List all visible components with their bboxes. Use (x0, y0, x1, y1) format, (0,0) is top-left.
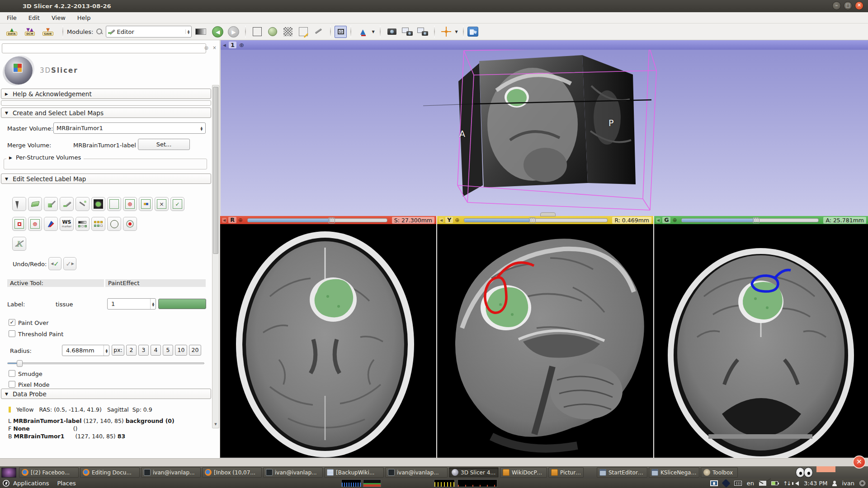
yellow-slice-slider[interactable] (464, 218, 608, 222)
menu-view[interactable]: View (52, 14, 66, 21)
undo-button[interactable]: ◀✓ (48, 257, 61, 270)
paint-over-checkbox[interactable]: ✓ (9, 319, 15, 326)
erode-tool-button[interactable]: ⊕ (28, 217, 42, 231)
view-pin-icon[interactable]: ◀ (439, 218, 443, 223)
applications-menu[interactable]: Applications (13, 480, 49, 487)
draw-effect-tool-button[interactable] (60, 197, 74, 211)
taskbar-item[interactable]: [BackupWiki... (324, 467, 384, 478)
panel-pin-icon[interactable]: ◎ (203, 45, 209, 51)
erase-label-tool-button[interactable] (28, 197, 42, 211)
slice-crosshair-icon[interactable]: ⊕ (238, 217, 243, 223)
remove-islands-tool-button[interactable]: × (155, 197, 169, 211)
viewport-splitter-handle[interactable] (540, 212, 556, 216)
username[interactable]: ivan (842, 480, 854, 487)
menu-file[interactable]: File (7, 14, 17, 21)
window-level-icon[interactable] (195, 28, 206, 35)
create-select-section[interactable]: ▼ Create and Select Label Maps (1, 108, 211, 118)
grow-cut-tool-button[interactable] (91, 197, 105, 211)
load-graph-applet[interactable] (434, 479, 455, 487)
radius-2px-button[interactable]: 2 (126, 345, 137, 356)
taskbar-item[interactable]: StartEditorM... (597, 467, 647, 478)
dropdown-caret-icon[interactable]: ▼ (455, 30, 458, 34)
user-icon[interactable] (832, 481, 837, 486)
radius-3px-button[interactable]: 3 (138, 345, 149, 356)
taskbar-item[interactable]: Toolbox (701, 467, 738, 478)
slice-crosshair-icon[interactable]: ⊕ (455, 217, 459, 223)
screenshot-camera-icon[interactable] (387, 26, 397, 37)
green-slice-viewport[interactable]: Draw (654, 224, 868, 458)
view-pin-icon[interactable]: ◀ (223, 43, 226, 47)
label-number-spinbox[interactable]: 1 ▲▼ (107, 298, 156, 310)
slice-crosshair-icon[interactable]: ⊕ (672, 217, 677, 223)
make-model-tool-button[interactable] (107, 217, 121, 231)
mail-icon[interactable] (759, 481, 766, 486)
set-merge-volume-button[interactable]: Set... (138, 139, 190, 150)
dropdown-caret-icon[interactable]: ▼ (372, 30, 374, 34)
taskbar-item-active[interactable]: 3D Slicer 4.2.... (449, 467, 499, 478)
edit-label-map-section[interactable]: ▼ Edit Selected Label Map (1, 174, 211, 184)
notification-close-button[interactable]: ✕ (853, 455, 866, 469)
dilate-tool-button[interactable] (12, 217, 26, 231)
module-search-icon[interactable] (96, 28, 103, 35)
minimize-button[interactable]: – (832, 1, 841, 10)
module-selector[interactable]: Editor ▲▼ (106, 26, 192, 38)
view-pin-icon[interactable]: ◀ (222, 218, 226, 223)
save-island-tool-button[interactable]: ✓ (170, 197, 184, 211)
px-label-button[interactable]: px: (112, 345, 124, 356)
models-sphere-icon[interactable] (267, 26, 278, 37)
load-dicom-button[interactable]: ▼▲ DCM (23, 25, 37, 38)
language-indicator[interactable]: en (747, 480, 754, 487)
module-forward-button[interactable]: ▶ (228, 26, 239, 38)
redo-button[interactable]: ✓▶ (63, 257, 76, 270)
lock-screen-icon[interactable] (710, 480, 718, 486)
level-tracing-tool-button[interactable] (75, 197, 90, 211)
per-structure-header[interactable]: ▶ Per-Structure Volumes (6, 154, 84, 161)
disk-graph-applet[interactable] (458, 479, 497, 487)
threeD-view-controller-bar[interactable]: ◀ 1 ⊕ (221, 40, 868, 50)
paint-effect-tool-button[interactable] (44, 197, 58, 211)
markups-pencil-icon[interactable] (313, 26, 324, 37)
smudge-checkbox[interactable] (9, 370, 15, 377)
volume-cube-icon[interactable] (252, 26, 263, 37)
crosshair-icon[interactable] (441, 26, 452, 37)
taskbar-item[interactable]: ivan@ivanlap... (263, 467, 323, 478)
radius-4px-button[interactable]: 4 (151, 345, 161, 356)
help-acknowledgement-section[interactable]: ▶ Help & Acknowledgement (1, 89, 211, 99)
threshold-tool-button[interactable] (75, 217, 90, 231)
radius-20px-button[interactable]: 20 (189, 345, 201, 356)
clock[interactable]: 3:43 PM (804, 480, 827, 487)
menu-help[interactable]: Help (77, 14, 91, 21)
yellow-slice-viewport[interactable]: Erase (437, 224, 653, 458)
red-slice-viewport[interactable] (220, 224, 436, 458)
scene-view-camera-icon[interactable] (402, 26, 413, 37)
restore-view-camera-icon[interactable] (417, 26, 428, 37)
maximize-button[interactable]: □ (844, 1, 852, 10)
panel-close-icon[interactable]: × (212, 45, 217, 51)
red-slice-bar[interactable]: ◀ R ⊕ S: 27.300mm (220, 216, 436, 224)
desktop-thumbnail[interactable] (1, 468, 16, 478)
green-slice-slider[interactable] (681, 218, 819, 222)
save-button[interactable]: ▼ SAVE (41, 25, 55, 38)
label-color-swatch[interactable] (158, 299, 206, 309)
taskbar-item[interactable]: [Inbox (10,07... (202, 467, 262, 478)
view-pin-icon[interactable]: ◀ (656, 218, 660, 223)
taskbar-item[interactable]: WikiDocPage (500, 467, 547, 478)
battery-icon[interactable] (771, 481, 778, 485)
change-label-tool-button[interactable] (44, 217, 58, 231)
session-menu-icon[interactable] (859, 480, 865, 486)
slice-visibility-icon[interactable]: ▲ (357, 26, 368, 37)
master-volume-combobox[interactable]: MRBrainTumor1 ▲▼ (53, 122, 206, 134)
scrollbar-down-icon[interactable]: ▼ (212, 421, 219, 427)
menu-edit[interactable]: Edit (28, 14, 40, 21)
cpu-graph-applet[interactable] (341, 479, 361, 487)
radius-spinbox[interactable]: 4.688mm ▲▼ (62, 345, 109, 356)
taskbar-item[interactable]: Editing Docu... (80, 467, 140, 478)
transforms-mesh-icon[interactable] (283, 26, 293, 37)
eyes-applet[interactable] (796, 467, 815, 478)
fiducial-tool-button[interactable] (123, 217, 137, 231)
red-slice-slider[interactable] (247, 218, 387, 222)
kslice-tool-button[interactable]: K (12, 237, 26, 251)
panel-scrollbar[interactable]: ▼ (212, 85, 219, 428)
default-cursor-tool-button[interactable] (12, 197, 26, 211)
taskbar-item[interactable]: KSliceNegati... (649, 467, 699, 478)
